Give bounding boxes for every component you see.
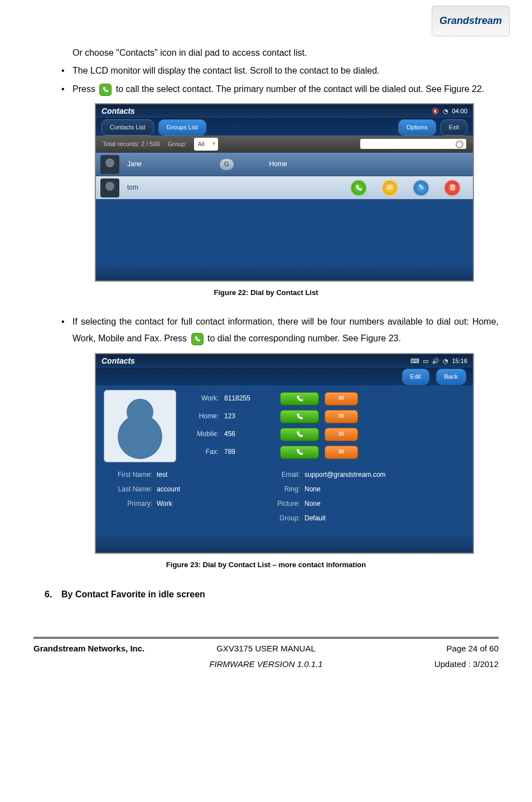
heading-6-num: 6. xyxy=(45,586,61,603)
info-row: Group: Default xyxy=(104,511,465,526)
fig23-info-lower: First Name: test Email: support@grandstr… xyxy=(96,467,473,530)
contact-row-1[interactable]: tom ✉ ✎ 🗑 xyxy=(96,176,473,199)
fig22-time: 04:00 xyxy=(452,105,467,117)
message-button[interactable]: ✉ xyxy=(325,428,358,441)
contact-row-0[interactable]: Jane G Home xyxy=(96,152,473,176)
info-value: None xyxy=(304,483,321,496)
call-button[interactable] xyxy=(280,446,319,459)
bullet-dot: • xyxy=(61,81,72,98)
message-button[interactable]: ✉ xyxy=(325,446,358,459)
info-value: Work xyxy=(157,497,268,510)
num-value: 8118255 xyxy=(224,392,274,405)
footer-manual: GXV3175 USER MANUAL xyxy=(188,641,344,657)
back-button[interactable]: Back xyxy=(436,369,466,385)
call-icon xyxy=(191,333,204,345)
num-label: Mobile: xyxy=(185,428,219,441)
search-input[interactable] xyxy=(360,139,466,149)
footer-updated: Updated : 3/2012 xyxy=(344,656,499,673)
info-label: Last Name: xyxy=(104,483,157,496)
num-row-home: Home: 123 ✉ xyxy=(185,408,465,426)
fig23-time: 15:16 xyxy=(452,355,467,367)
footer-firmware: FIRMWARE VERSION 1.0.1.1 xyxy=(188,656,344,673)
bullet-2: • Press to call the select contact. The … xyxy=(61,81,499,98)
call-button[interactable] xyxy=(280,392,319,405)
footer-page: Page 24 of 60 xyxy=(344,641,499,657)
heading-6: 6. By Contact Favorite in idle screen xyxy=(33,586,499,603)
contact-row-tag: Home xyxy=(239,158,317,171)
footer-company: Grandstream Networks, Inc. xyxy=(33,641,188,657)
fig23-detail-body: Work: 8118255 ✉ Home: 123 ✉ Mobile: 456 xyxy=(96,385,473,467)
clock-icon: ◔ xyxy=(443,105,448,117)
bullet-3-text-b: to dial the corresponding number. See Fi… xyxy=(207,334,401,343)
figure-22-screenshot: Contacts 🔇 ◔ 04:00 Contacts List Groups … xyxy=(95,103,474,282)
fig22-status: 🔇 ◔ 04:00 xyxy=(432,105,467,117)
edit-button[interactable]: Edit xyxy=(402,369,429,385)
call-button[interactable] xyxy=(280,428,319,441)
info-label: First Name: xyxy=(104,468,157,481)
fig22-title: Contacts xyxy=(101,104,135,119)
info-value: support@grandstream.com xyxy=(304,468,386,481)
card-icon: ▭ xyxy=(423,355,428,367)
num-label: Fax: xyxy=(185,446,219,458)
avatar-icon xyxy=(100,178,119,197)
call-icon[interactable] xyxy=(350,180,367,196)
info-label: Picture: xyxy=(268,497,304,510)
fig23-status: ⌨ ▭ 🔊 ◔ 15:16 xyxy=(410,355,467,367)
call-icon xyxy=(99,84,112,96)
num-row-fax: Fax: 789 ✉ xyxy=(185,443,465,461)
page-content: Or choose "Contacts" icon in dial pad to… xyxy=(33,45,499,673)
total-records-label: Total records: 2 / 500 xyxy=(103,138,160,150)
options-button[interactable]: Options xyxy=(398,119,436,136)
bullet-1: • The LCD monitor will display the conta… xyxy=(61,62,499,79)
clock-icon: ◔ xyxy=(443,355,448,367)
speaker-icon: 🔇 xyxy=(432,105,439,117)
info-row: Primary: Work Picture: None xyxy=(104,497,465,511)
figure-23-screenshot: Contacts ⌨ ▭ 🔊 ◔ 15:16 Edit Back Work: xyxy=(95,353,474,554)
num-value: 789 xyxy=(224,446,274,458)
heading-6-text: By Contact Favorite in idle screen xyxy=(61,586,205,603)
message-button[interactable]: ✉ xyxy=(325,392,358,405)
brand-logo-text: Grandstream xyxy=(439,15,502,27)
figure-23: Contacts ⌨ ▭ 🔊 ◔ 15:16 Edit Back Work: xyxy=(95,353,499,554)
info-value: None xyxy=(304,497,321,510)
num-value: 456 xyxy=(224,428,274,441)
num-label: Work: xyxy=(185,392,219,405)
contact-row-name: tom xyxy=(125,181,214,194)
message-button[interactable]: ✉ xyxy=(325,410,358,423)
num-row-work: Work: 8118255 ✉ xyxy=(185,390,465,408)
tab-contacts-list[interactable]: Contacts List xyxy=(101,119,154,136)
bullet-2-text-b: to call the select contact. The primary … xyxy=(116,84,485,94)
contact-row-actions: ✉ ✎ 🗑 xyxy=(350,180,461,196)
group-label: Group: xyxy=(168,138,187,150)
bullet-1-text: The LCD monitor will display the contact… xyxy=(72,62,499,79)
fig22-topbar: Contacts 🔇 ◔ 04:00 xyxy=(96,104,473,119)
bullet-2-text: Press to call the select contact. The pr… xyxy=(72,81,499,98)
fig22-tabbar: Contacts List Groups List Options Exit xyxy=(96,119,473,136)
num-label: Home: xyxy=(185,410,219,423)
edit-icon[interactable]: ✎ xyxy=(413,180,429,196)
info-value: Default xyxy=(304,512,326,525)
bullet-dot: • xyxy=(61,313,72,347)
intro-line: Or choose "Contacts" icon in dial pad to… xyxy=(72,45,499,61)
avatar-large xyxy=(104,390,176,462)
exit-button[interactable]: Exit xyxy=(441,119,467,136)
fig23-topbar: Contacts ⌨ ▭ 🔊 ◔ 15:16 xyxy=(96,354,473,369)
number-grid: Work: 8118255 ✉ Home: 123 ✉ Mobile: 456 xyxy=(185,390,465,462)
contact-row-badge: G xyxy=(220,159,234,170)
figure-23-caption: Figure 23: Dial by Contact List – more c… xyxy=(33,558,499,572)
page-footer: Grandstream Networks, Inc. GXV3175 USER … xyxy=(33,637,499,673)
info-label: Ring: xyxy=(268,483,304,496)
info-label: Email: xyxy=(268,468,304,481)
message-icon[interactable]: ✉ xyxy=(381,180,398,196)
fig23-title: Contacts xyxy=(101,354,135,369)
call-button[interactable] xyxy=(280,410,319,423)
group-dropdown[interactable]: All xyxy=(194,138,217,151)
bullet-3-text: If selecting the contact for full contac… xyxy=(72,313,499,347)
contact-row-name: Jane xyxy=(125,158,214,171)
info-row: First Name: test Email: support@grandstr… xyxy=(104,468,465,482)
info-row: Last Name: account Ring: None xyxy=(104,482,465,497)
figure-22-caption: Figure 22: Dial by Contact List xyxy=(33,286,499,300)
info-label: Primary: xyxy=(104,497,157,510)
tab-groups-list[interactable]: Groups List xyxy=(158,119,206,136)
delete-icon[interactable]: 🗑 xyxy=(444,180,461,196)
